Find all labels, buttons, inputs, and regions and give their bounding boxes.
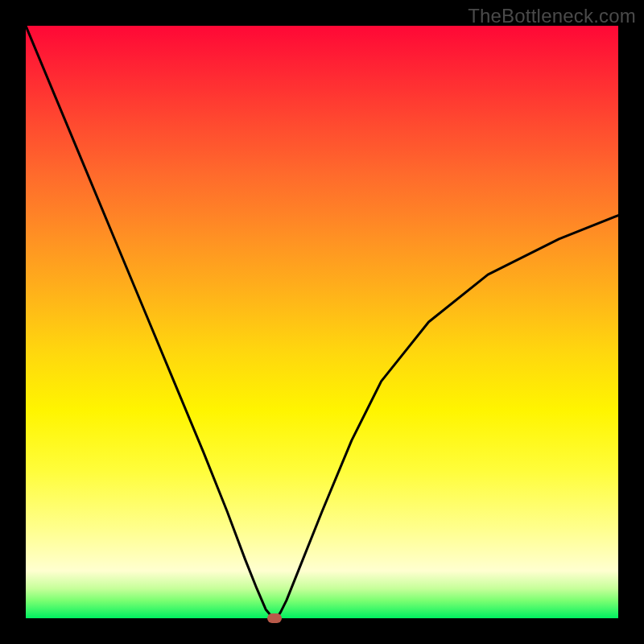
- watermark-label: TheBottleneck.com: [468, 5, 636, 27]
- plot-area: [26, 26, 618, 618]
- optimal-point-marker: [267, 613, 282, 623]
- bottleneck-curve: [26, 26, 618, 618]
- chart-frame: TheBottleneck.com: [0, 0, 644, 644]
